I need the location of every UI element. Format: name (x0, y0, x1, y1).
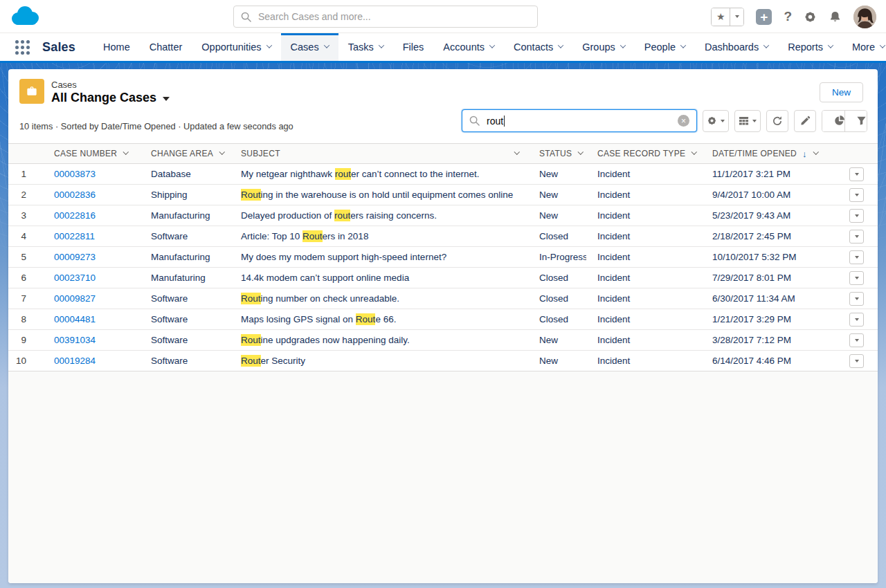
nav-tab-groups[interactable]: Groups (572, 33, 635, 61)
nav-tab-label: Reports (788, 42, 823, 53)
status-cell: New (528, 205, 586, 226)
nav-tab-contacts[interactable]: Contacts (504, 33, 572, 61)
case-number-link[interactable]: 00003873 (54, 169, 96, 179)
column-header-status[interactable]: STATUS (528, 144, 586, 163)
global-search[interactable] (233, 6, 538, 28)
row-actions-button[interactable] (849, 354, 864, 368)
row-number-cell: 7 (8, 288, 43, 309)
help-icon[interactable]: ? (784, 9, 792, 24)
case-number-link[interactable]: 00391034 (54, 335, 96, 345)
row-number-cell: 4 (8, 226, 43, 246)
filter-button[interactable] (844, 111, 867, 131)
case-number-cell: 00022811 (43, 226, 140, 246)
nav-tab-label: Files (403, 42, 424, 53)
notifications-bell-icon[interactable] (829, 10, 842, 24)
column-header-action (826, 144, 878, 163)
user-avatar[interactable] (853, 6, 876, 28)
global-add-icon[interactable]: + (756, 9, 772, 25)
change-area-cell: Software (140, 309, 230, 329)
nav-tab-tasks[interactable]: Tasks (338, 33, 393, 61)
column-header-change-area[interactable]: CHANGE AREA (140, 144, 230, 163)
chevron-down-icon (514, 149, 519, 154)
favorites-star-icon[interactable]: ★ (712, 8, 730, 26)
global-search-input[interactable] (258, 11, 530, 22)
row-actions-button[interactable] (849, 292, 864, 306)
status-cell: New (528, 330, 586, 350)
record-type-cell: Incident (586, 205, 701, 226)
case-number-link[interactable]: 00009273 (54, 252, 96, 262)
date-opened-cell: 2/18/2017 2:45 PM (701, 226, 826, 246)
case-number-link[interactable]: 00023710 (54, 273, 96, 283)
column-header-label: SUBJECT (241, 149, 280, 158)
nav-tab-label: Contacts (514, 42, 553, 53)
search-highlight: Rout (241, 355, 261, 367)
subject-cell: Routing in the warehouse is on hold unti… (230, 185, 528, 205)
case-number-link[interactable]: 00004481 (54, 314, 96, 324)
change-area-cell: Shipping (140, 185, 230, 205)
date-opened-cell: 1/21/2017 3:29 PM (701, 309, 826, 329)
row-actions-button[interactable] (849, 209, 864, 223)
search-highlight: Rout (241, 189, 261, 201)
row-actions-button[interactable] (849, 167, 864, 181)
chevron-down-icon (855, 339, 859, 342)
case-number-link[interactable]: 00002836 (54, 190, 96, 200)
search-highlight: Rout (356, 313, 376, 325)
nav-tab-people[interactable]: People (635, 33, 695, 61)
nav-tab-chatter[interactable]: Chatter (140, 33, 192, 61)
list-settings-gear-button[interactable] (703, 110, 729, 132)
case-number-link[interactable]: 00022816 (54, 210, 96, 221)
column-header-case-number[interactable]: CASE NUMBER (43, 144, 140, 163)
column-header-record-type[interactable]: CASE RECORD TYPE (586, 144, 701, 163)
row-actions-button[interactable] (849, 230, 864, 244)
refresh-button[interactable] (766, 110, 788, 132)
case-number-link[interactable]: 00022811 (54, 231, 95, 241)
nav-tab-label: Chatter (150, 42, 183, 53)
subject-cell: Delayed production of routers raising co… (230, 205, 528, 226)
column-header-opened[interactable]: DATE/TIME OPENED↓ (701, 144, 826, 163)
row-actions-button[interactable] (849, 313, 864, 327)
charts-button[interactable] (822, 111, 844, 131)
row-action-cell (826, 226, 878, 246)
new-case-button[interactable]: New (820, 82, 863, 102)
row-actions-button[interactable] (849, 188, 864, 202)
case-number-cell: 00009273 (43, 247, 140, 267)
record-type-cell: Incident (586, 226, 701, 246)
case-number-cell: 00023710 (43, 268, 140, 288)
setup-gear-icon[interactable] (804, 10, 817, 24)
case-number-link[interactable]: 00019284 (54, 356, 96, 366)
favorites-caret-icon[interactable] (730, 8, 743, 26)
app-launcher-waffle-icon[interactable] (15, 40, 30, 55)
row-action-cell (826, 330, 878, 350)
case-number-cell: 00022816 (43, 205, 140, 226)
subject-cell: My does my modem support high-speed inte… (230, 247, 528, 267)
inline-edit-pencil-button[interactable] (794, 110, 816, 132)
table-header-row: CASE NUMBERCHANGE AREASUBJECTSTATUSCASE … (8, 143, 878, 164)
case-number-cell: 00391034 (43, 330, 140, 350)
nav-tab-accounts[interactable]: Accounts (433, 33, 504, 61)
column-header-subject[interactable]: SUBJECT (230, 144, 528, 163)
nav-tab-dashboards[interactable]: Dashboards (695, 33, 778, 61)
row-actions-button[interactable] (849, 250, 864, 264)
list-search-box[interactable]: rout × (462, 109, 697, 132)
row-actions-button[interactable] (849, 271, 864, 285)
display-as-button[interactable] (734, 110, 761, 132)
sort-descending-icon: ↓ (802, 149, 807, 159)
nav-tab-cases[interactable]: Cases (281, 33, 338, 61)
nav-tab-reports[interactable]: Reports (778, 33, 842, 61)
nav-tab-opportunities[interactable]: Opportunities (192, 33, 280, 61)
nav-tab-more[interactable]: More (842, 33, 886, 61)
list-view-selector[interactable]: All Change Cases (51, 91, 170, 105)
case-number-link[interactable]: 00009827 (54, 293, 96, 304)
row-number-cell: 2 (8, 185, 43, 205)
app-name: Sales (42, 40, 75, 55)
text-cursor (504, 116, 505, 127)
nav-tab-home[interactable]: Home (93, 33, 140, 61)
chevron-down-icon (813, 149, 819, 154)
date-opened-cell: 9/4/2017 10:00 AM (701, 185, 826, 205)
nav-tab-files[interactable]: Files (393, 33, 434, 61)
clear-search-icon[interactable]: × (678, 115, 689, 127)
date-opened-cell: 11/1/2017 3:21 PM (701, 164, 826, 184)
record-type-cell: Incident (586, 288, 701, 309)
row-actions-button[interactable] (849, 333, 864, 347)
date-opened-cell: 5/23/2017 9:43 AM (701, 205, 826, 226)
